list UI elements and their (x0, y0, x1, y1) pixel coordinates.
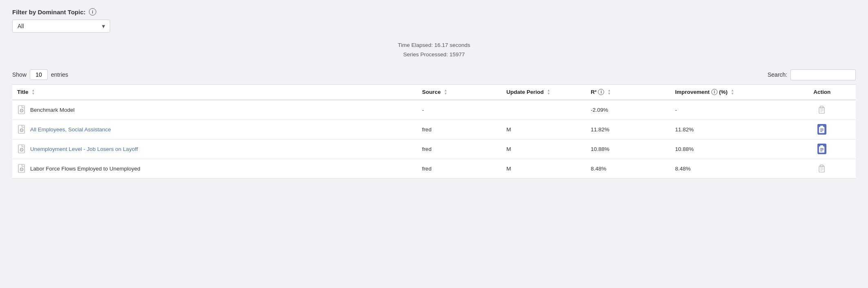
search-label: Search: (768, 71, 787, 78)
th-action-label: Action (813, 89, 830, 95)
improvement-cell: 11.82% (670, 120, 788, 139)
th-title-label: Title (17, 89, 29, 95)
title-text: Labor Force Flows Employed to Unemployed (30, 166, 140, 172)
svg-rect-8 (18, 125, 24, 133)
series-processed: Series Processed: 15977 (12, 50, 856, 60)
table-row: All Employees, Social AssistancefredM11.… (12, 120, 856, 139)
r2-cell: -2.09% (586, 100, 670, 120)
th-improvement-unit: (%) (719, 89, 728, 95)
table-row: Labor Force Flows Employed to Unemployed… (12, 159, 856, 178)
period-cell: M (501, 159, 586, 178)
show-entries-control: Show entries (12, 69, 68, 80)
source-sort-icons[interactable]: ▲ ▼ (444, 89, 447, 95)
r2-info-icon[interactable]: i (598, 89, 604, 95)
svg-rect-24 (18, 164, 24, 173)
filter-info-icon[interactable]: i (89, 8, 96, 16)
source-cell: fred (417, 159, 502, 178)
improvement-sort-icons[interactable]: ▲ ▼ (731, 89, 734, 95)
filter-dropdown-wrapper: All Topic 1 Topic 2 Topic 3 ▼ (12, 20, 110, 33)
clipboard-button[interactable] (817, 124, 826, 135)
title-text: Benchmark Model (30, 107, 75, 113)
doc-icon (17, 124, 26, 135)
entries-label: entries (51, 71, 68, 78)
title-cell: Labor Force Flows Employed to Unemployed (12, 159, 417, 178)
r2-cell: 10.88% (586, 139, 670, 159)
period-cell: M (501, 139, 586, 159)
filter-section: Filter by Dominant Topic: i All Topic 1 … (12, 8, 856, 33)
source-cell: - (417, 100, 502, 120)
table-header: Title ▲ ▼ Source ▲ ▼ Upd (12, 84, 856, 100)
svg-rect-0 (18, 106, 24, 114)
title-cell: All Employees, Social Assistance (12, 120, 417, 139)
clipboard-button[interactable] (817, 144, 826, 154)
th-r2-label: R² (591, 89, 596, 95)
th-action: Action (788, 84, 856, 100)
filter-dropdown[interactable]: All Topic 1 Topic 2 Topic 3 (12, 20, 110, 33)
th-update-period: Update Period ▲ ▼ (501, 84, 586, 100)
title-link[interactable]: All Employees, Social Assistance (30, 126, 111, 133)
th-improvement: Improvement i (%) ▲ ▼ (670, 84, 788, 100)
table-controls: Show entries Search: (12, 69, 856, 80)
improvement-cell: 10.88% (670, 139, 788, 159)
th-improvement-label: Improvement (675, 89, 710, 95)
period-cell (501, 100, 586, 120)
title-cell: Benchmark Model (12, 100, 417, 120)
svg-rect-12 (820, 126, 823, 128)
title-cell: Unemployment Level - Job Losers on Layof… (12, 139, 417, 159)
action-cell (788, 100, 856, 120)
r2-cell: 11.82% (586, 120, 670, 139)
improvement-cell: - (670, 100, 788, 120)
results-table: Title ▲ ▼ Source ▲ ▼ Upd (12, 84, 856, 179)
title-link[interactable]: Unemployment Level - Job Losers on Layof… (30, 146, 138, 152)
entries-input[interactable] (30, 69, 48, 80)
table-row: Unemployment Level - Job Losers on Layof… (12, 139, 856, 159)
r2-cell: 8.48% (586, 159, 670, 178)
th-r2: R² i ▲ ▼ (586, 84, 670, 100)
title-sort-icons[interactable]: ▲ ▼ (32, 89, 35, 95)
clipboard-button[interactable] (817, 163, 826, 174)
filter-label: Filter by Dominant Topic: i (12, 8, 856, 16)
show-label: Show (12, 71, 27, 78)
svg-rect-20 (820, 145, 823, 147)
time-elapsed: Time Elapsed: 16.17 seconds (12, 41, 856, 50)
search-input[interactable] (790, 69, 856, 80)
table-body: Benchmark Model--2.09%- All Employees, S… (12, 100, 856, 179)
doc-icon (17, 163, 26, 174)
action-cell (788, 159, 856, 178)
search-section: Search: (768, 69, 856, 80)
th-period-label: Update Period (506, 89, 544, 95)
period-cell: M (501, 120, 586, 139)
stats-section: Time Elapsed: 16.17 seconds Series Proce… (12, 41, 856, 60)
improvement-cell: 8.48% (670, 159, 788, 178)
action-cell (788, 139, 856, 159)
svg-rect-16 (18, 145, 24, 153)
th-source-label: Source (422, 89, 441, 95)
doc-icon (17, 104, 26, 115)
improvement-info-icon[interactable]: i (711, 89, 717, 95)
th-source: Source ▲ ▼ (417, 84, 502, 100)
source-cell: fred (417, 120, 502, 139)
action-cell (788, 120, 856, 139)
period-sort-icons[interactable]: ▲ ▼ (547, 89, 550, 95)
doc-icon (17, 144, 26, 154)
table-row: Benchmark Model--2.09%- (12, 100, 856, 120)
source-cell: fred (417, 139, 502, 159)
r2-sort-icons[interactable]: ▲ ▼ (607, 89, 611, 95)
th-title: Title ▲ ▼ (12, 84, 417, 100)
filter-label-text: Filter by Dominant Topic: (12, 9, 86, 16)
clipboard-button[interactable] (817, 104, 826, 115)
